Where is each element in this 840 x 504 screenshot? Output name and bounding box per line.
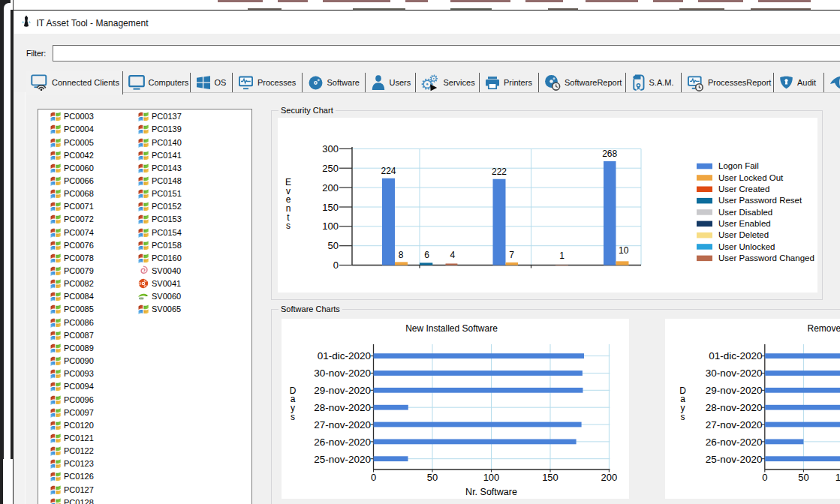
svg-text:4: 4 xyxy=(450,249,455,260)
svg-text:50: 50 xyxy=(798,472,808,483)
svg-text:s: s xyxy=(680,412,685,422)
svg-text:30-nov-2020: 30-nov-2020 xyxy=(314,368,371,379)
svg-text:User Locked Out: User Locked Out xyxy=(718,172,784,182)
svg-text:Nr. Software: Nr. Software xyxy=(465,487,517,497)
svg-text:User Password Reset: User Password Reset xyxy=(718,196,802,205)
svg-text:26-nov-2020: 26-nov-2020 xyxy=(314,436,371,448)
svg-text:0: 0 xyxy=(371,472,376,483)
svg-text:50: 50 xyxy=(427,472,438,483)
svg-text:150: 150 xyxy=(542,472,558,483)
svg-text:300: 300 xyxy=(322,142,339,154)
svg-text:25-nov-2020: 25-nov-2020 xyxy=(314,454,371,465)
svg-text:New Installed Software: New Installed Software xyxy=(405,323,498,334)
svg-text:200: 200 xyxy=(322,182,339,193)
svg-text:01-dic-2020: 01-dic-2020 xyxy=(709,350,762,362)
svg-text:150: 150 xyxy=(322,201,339,212)
svg-text:100: 100 xyxy=(483,472,500,483)
svg-text:6: 6 xyxy=(424,249,429,260)
svg-text:268: 268 xyxy=(602,148,617,158)
svg-text:1: 1 xyxy=(559,250,565,260)
svg-text:SUSE: SUSE xyxy=(140,297,145,300)
svg-text:224: 224 xyxy=(381,165,396,176)
svg-text:10: 10 xyxy=(619,245,629,256)
svg-text:s: s xyxy=(291,412,295,422)
svg-text:26-nov-2020: 26-nov-2020 xyxy=(705,436,762,448)
svg-text:User Unlocked: User Unlocked xyxy=(718,242,775,250)
svg-text:8: 8 xyxy=(399,249,404,260)
svg-text:29-nov-2020: 29-nov-2020 xyxy=(705,385,762,396)
svg-text:100: 100 xyxy=(322,220,339,232)
svg-text:User Deleted: User Deleted xyxy=(718,230,769,239)
svg-text:User Created: User Created xyxy=(718,184,769,194)
svg-text:Removed Software: Removed Software xyxy=(807,323,840,334)
svg-text:25-nov-2020: 25-nov-2020 xyxy=(705,454,762,465)
svg-text:28-nov-2020: 28-nov-2020 xyxy=(705,402,762,413)
svg-text:User Password Changed: User Password Changed xyxy=(718,254,814,262)
svg-text:222: 222 xyxy=(492,166,507,176)
svg-text:100: 100 xyxy=(835,472,840,483)
svg-text:User Disabled: User Disabled xyxy=(718,207,772,216)
svg-text:0: 0 xyxy=(762,472,767,483)
svg-text:Logon Fail: Logon Fail xyxy=(718,161,759,170)
svg-text:200: 200 xyxy=(601,472,618,483)
svg-text:0: 0 xyxy=(333,260,339,271)
svg-text:30-nov-2020: 30-nov-2020 xyxy=(705,368,762,379)
svg-text:250: 250 xyxy=(322,162,339,173)
svg-text:27-nov-2020: 27-nov-2020 xyxy=(314,419,371,430)
svg-text:28-nov-2020: 28-nov-2020 xyxy=(314,402,371,413)
svg-text:7: 7 xyxy=(509,250,514,260)
svg-text:User Enabled: User Enabled xyxy=(718,219,771,228)
svg-text:29-nov-2020: 29-nov-2020 xyxy=(314,385,371,396)
svg-text:50: 50 xyxy=(328,240,339,251)
svg-text:s: s xyxy=(286,220,291,231)
svg-text:27-nov-2020: 27-nov-2020 xyxy=(705,419,762,430)
svg-text:01-dic-2020: 01-dic-2020 xyxy=(318,350,371,362)
